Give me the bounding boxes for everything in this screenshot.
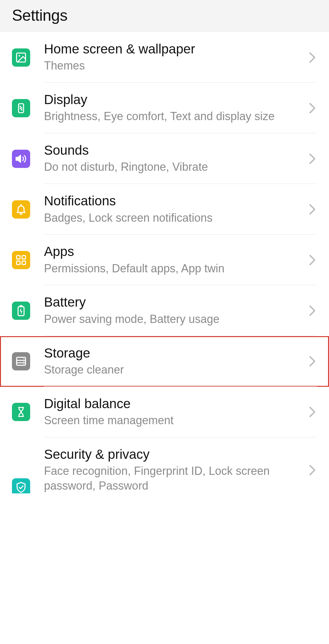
settings-item-title: Apps [44, 244, 301, 259]
settings-item-text: Home screen & wallpaper Themes [44, 42, 301, 73]
settings-item-text: Apps Permissions, Default apps, App twin [44, 244, 301, 276]
storage-icon [12, 352, 30, 370]
settings-item-subtitle: Screen time management [44, 413, 301, 428]
shield-check-icon [12, 478, 30, 493]
chevron-right-icon [308, 205, 317, 214]
settings-item-subtitle: Brightness, Eye comfort, Text and displa… [44, 109, 301, 124]
settings-item-subtitle: Badges, Lock screen notifications [44, 211, 301, 225]
settings-item-home-screen-wallpaper[interactable]: Home screen & wallpaper Themes [0, 32, 329, 83]
chevron-right-icon [308, 53, 317, 62]
svg-rect-12 [17, 357, 26, 365]
chevron-right-icon [308, 103, 317, 113]
display-icon [12, 99, 30, 117]
settings-item-subtitle: Themes [44, 58, 301, 73]
chevron-right-icon [308, 154, 317, 164]
settings-item-title: Display [44, 92, 301, 107]
settings-item-subtitle: Power saving mode, Battery usage [44, 312, 301, 327]
settings-item-title: Battery [44, 295, 301, 310]
settings-item-sounds[interactable]: Sounds Do not disturb, Ringtone, Vibrate [0, 133, 329, 184]
settings-list: Home screen & wallpaper Themes Display B… [0, 32, 329, 493]
settings-item-subtitle: Face recognition, Fingerprint ID, Lock s… [44, 464, 301, 493]
settings-item-title: Sounds [44, 143, 301, 158]
settings-item-text: Battery Power saving mode, Battery usage [44, 295, 301, 326]
settings-item-title: Digital balance [44, 396, 301, 411]
settings-item-battery[interactable]: Battery Power saving mode, Battery usage [0, 285, 329, 336]
settings-item-storage[interactable]: Storage Storage cleaner [0, 336, 329, 387]
wallpaper-icon [12, 48, 30, 67]
page-title: Settings [12, 6, 317, 25]
settings-item-title: Notifications [44, 193, 301, 208]
svg-rect-7 [22, 256, 25, 259]
settings-item-apps[interactable]: Apps Permissions, Default apps, App twin [0, 235, 329, 285]
settings-item-text: Storage Storage cleaner [44, 346, 301, 377]
settings-item-subtitle: Permissions, Default apps, App twin [44, 261, 301, 276]
chevron-right-icon [308, 306, 317, 315]
svg-rect-2 [19, 103, 24, 113]
settings-item-text: Notifications Badges, Lock screen notifi… [44, 193, 301, 225]
settings-item-subtitle: Storage cleaner [44, 363, 301, 377]
sound-icon [12, 150, 30, 168]
chevron-right-icon [308, 407, 317, 417]
chevron-right-icon [308, 357, 317, 366]
settings-item-text: Digital balance Screen time management [44, 396, 301, 428]
settings-item-subtitle: Do not disturb, Ringtone, Vibrate [44, 160, 301, 175]
settings-item-text: Security & privacy Face recognition, Fin… [44, 447, 301, 493]
settings-header: Settings [0, 0, 329, 32]
settings-item-title: Security & privacy [44, 447, 301, 462]
hourglass-icon [12, 403, 30, 421]
bell-icon [12, 200, 30, 219]
svg-point-16 [23, 361, 24, 362]
svg-rect-8 [17, 261, 20, 264]
svg-point-1 [19, 55, 20, 57]
chevron-right-icon [308, 255, 317, 265]
settings-item-digital-balance[interactable]: Digital balance Screen time management [0, 387, 329, 437]
settings-item-title: Storage [44, 346, 301, 361]
svg-rect-6 [17, 256, 20, 259]
settings-item-security-privacy[interactable]: Security & privacy Face recognition, Fin… [0, 437, 329, 493]
settings-item-text: Sounds Do not disturb, Ringtone, Vibrate [44, 143, 301, 175]
svg-point-15 [23, 358, 24, 359]
settings-item-title: Home screen & wallpaper [44, 42, 301, 57]
battery-icon [12, 302, 30, 320]
apps-icon [12, 251, 30, 269]
svg-rect-9 [22, 261, 25, 264]
chevron-right-icon [308, 465, 317, 475]
settings-item-notifications[interactable]: Notifications Badges, Lock screen notifi… [0, 184, 329, 235]
svg-point-17 [23, 364, 24, 365]
settings-item-text: Display Brightness, Eye comfort, Text an… [44, 92, 301, 124]
settings-item-display[interactable]: Display Brightness, Eye comfort, Text an… [0, 83, 329, 133]
